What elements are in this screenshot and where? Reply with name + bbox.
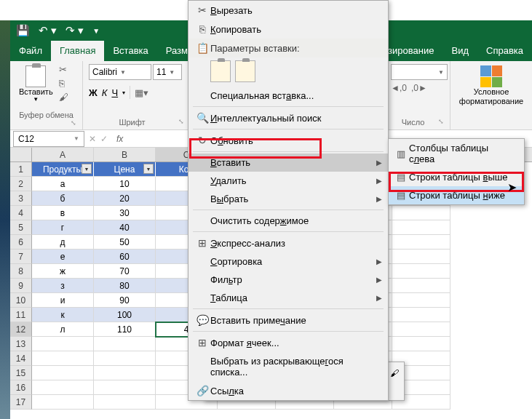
ctx-sort[interactable]: Сортировка▶ bbox=[188, 252, 388, 271]
row-header[interactable]: 5 bbox=[10, 220, 32, 235]
cell[interactable]: к bbox=[32, 308, 94, 322]
sub-rows-below[interactable]: ▤Строки таблицы ниже bbox=[389, 186, 524, 204]
cell[interactable]: 70 bbox=[94, 264, 156, 279]
cell[interactable] bbox=[32, 351, 94, 366]
cell[interactable] bbox=[94, 380, 156, 395]
row-header[interactable]: 4 bbox=[10, 206, 32, 220]
ctx-filter[interactable]: Фильтр▶ bbox=[188, 271, 388, 289]
cell[interactable]: 90 bbox=[94, 293, 156, 308]
ctx-paste-special[interactable]: Специальная вставка... bbox=[188, 87, 388, 105]
ctx-smart-lookup[interactable]: 🔍Интеллектуальный поиск bbox=[188, 108, 388, 127]
row-header[interactable]: 3 bbox=[10, 191, 32, 206]
border-button[interactable]: ▦▾ bbox=[135, 87, 148, 98]
cell[interactable] bbox=[392, 250, 450, 264]
redo-icon[interactable]: ↷ ▾ bbox=[65, 24, 84, 37]
ctx-refresh[interactable]: ↻Обновить bbox=[188, 131, 388, 150]
row-header[interactable]: 7 bbox=[10, 250, 32, 264]
ctx-cut[interactable]: ✂Вырезать bbox=[188, 1, 388, 20]
cell[interactable]: 110 bbox=[94, 322, 156, 337]
row-header[interactable]: 14 bbox=[10, 351, 32, 366]
cell[interactable]: в bbox=[32, 206, 94, 220]
row-header[interactable]: 10 bbox=[10, 293, 32, 308]
cancel-icon[interactable]: ✕ bbox=[89, 134, 96, 144]
increase-decimal-icon[interactable]: ,0► bbox=[411, 83, 427, 93]
cell[interactable]: ж bbox=[32, 264, 94, 279]
ctx-quick-analysis[interactable]: ⊞Экспресс-анализ bbox=[188, 234, 388, 252]
cell[interactable]: е bbox=[32, 250, 94, 264]
cell[interactable]: 30 bbox=[94, 206, 156, 220]
cell[interactable]: 50 bbox=[94, 235, 156, 250]
cell[interactable]: 80 bbox=[94, 279, 156, 293]
ctx-table[interactable]: Таблица▶ bbox=[188, 289, 388, 307]
font-size-combo[interactable]: 11▼ bbox=[153, 64, 182, 80]
filter-dropdown-icon[interactable]: ▼ bbox=[143, 164, 154, 174]
paste-option-1-icon[interactable] bbox=[210, 60, 231, 82]
ctx-pick-from-dropdown[interactable]: Выбрать из раскрывающегося списка... bbox=[188, 352, 388, 381]
select-all-corner[interactable] bbox=[10, 148, 32, 161]
cell[interactable]: 10 bbox=[94, 177, 156, 191]
ctx-link[interactable]: 🔗Ссылка bbox=[188, 381, 388, 400]
undo-icon[interactable]: ↶ ▾ bbox=[39, 24, 57, 37]
col-header-b[interactable]: B bbox=[94, 148, 156, 161]
tab-help[interactable]: Справка bbox=[477, 41, 532, 61]
save-icon[interactable]: 💾 bbox=[16, 24, 30, 37]
underline-button[interactable]: Ч bbox=[111, 87, 118, 98]
mini-format-painter-icon[interactable]: 🖌 bbox=[388, 367, 401, 379]
tab-home[interactable]: Главная bbox=[51, 41, 104, 61]
row-header[interactable]: 17 bbox=[10, 395, 32, 410]
format-painter-icon[interactable]: 🖌 bbox=[59, 92, 68, 103]
decrease-decimal-icon[interactable]: ◄,0 bbox=[391, 83, 407, 93]
cell[interactable] bbox=[392, 264, 450, 279]
cell[interactable]: г bbox=[32, 220, 94, 235]
row-header[interactable]: 6 bbox=[10, 235, 32, 250]
cell[interactable]: б bbox=[32, 191, 94, 206]
ctx-insert-comment[interactable]: 💬Вставить примечание bbox=[188, 311, 388, 330]
cell[interactable] bbox=[392, 337, 450, 351]
col-header-a[interactable]: A bbox=[32, 148, 94, 161]
cell[interactable] bbox=[32, 395, 94, 410]
tab-file[interactable]: Файл bbox=[10, 41, 51, 61]
cell[interactable]: 20 bbox=[94, 191, 156, 206]
cell[interactable]: д bbox=[32, 235, 94, 250]
row-header[interactable]: 8 bbox=[10, 264, 32, 279]
cell[interactable]: 40 bbox=[94, 220, 156, 235]
row-header[interactable]: 15 bbox=[10, 366, 32, 380]
cell[interactable] bbox=[94, 395, 156, 410]
row-header[interactable]: 16 bbox=[10, 380, 32, 395]
paste-button[interactable]: Вставить ▼ bbox=[16, 64, 56, 104]
filter-dropdown-icon[interactable]: ▼ bbox=[82, 164, 92, 174]
cell[interactable]: и bbox=[32, 293, 94, 308]
cell[interactable]: а bbox=[32, 177, 94, 191]
cell[interactable]: 100 bbox=[94, 308, 156, 322]
customize-qat-icon[interactable]: ▼ bbox=[92, 27, 100, 35]
tab-view[interactable]: Вид bbox=[442, 41, 477, 61]
italic-button[interactable]: К bbox=[102, 87, 108, 98]
table-header-cell[interactable]: Цена▼ bbox=[94, 162, 156, 177]
cell[interactable] bbox=[392, 322, 450, 337]
cut-icon[interactable]: ✂ bbox=[59, 64, 68, 75]
ctx-insert[interactable]: Вставить▶ bbox=[188, 153, 388, 172]
row-header[interactable]: 11 bbox=[10, 308, 32, 322]
cell[interactable] bbox=[392, 279, 450, 293]
ctx-clear[interactable]: Очистить содержимое bbox=[188, 212, 388, 230]
ctx-copy[interactable]: ⎘Копировать bbox=[188, 20, 388, 39]
font-name-combo[interactable]: Calibri▼ bbox=[89, 64, 151, 80]
row-header[interactable]: 1 bbox=[10, 162, 32, 177]
cell[interactable] bbox=[94, 337, 156, 351]
cell[interactable] bbox=[32, 366, 94, 380]
row-header[interactable]: 13 bbox=[10, 337, 32, 351]
sub-rows-above[interactable]: ▤Строки таблицы выше bbox=[389, 168, 524, 186]
cell[interactable] bbox=[392, 206, 450, 220]
name-box[interactable]: C12▼ bbox=[13, 131, 84, 147]
cell[interactable]: 60 bbox=[94, 250, 156, 264]
cell[interactable] bbox=[94, 366, 156, 380]
cell[interactable] bbox=[392, 220, 450, 235]
fx-button[interactable]: fx bbox=[116, 134, 123, 144]
row-header[interactable]: 9 bbox=[10, 279, 32, 293]
cell[interactable] bbox=[392, 308, 450, 322]
ctx-select[interactable]: Выбрать▶ bbox=[188, 190, 388, 208]
conditional-formatting-button[interactable]: Условное форматирование bbox=[456, 64, 526, 108]
number-format-combo[interactable]: ▼ bbox=[391, 64, 448, 80]
sub-cols-left[interactable]: ▥Столбцы таблицы слева bbox=[389, 139, 524, 168]
cell[interactable] bbox=[392, 293, 450, 308]
